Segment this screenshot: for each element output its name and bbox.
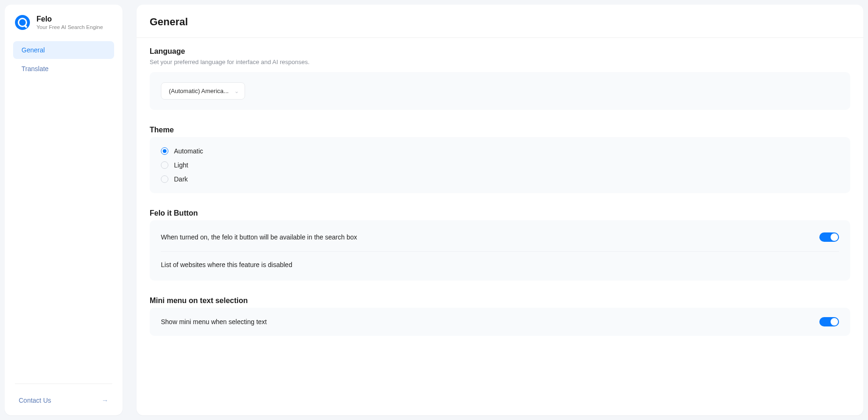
- theme-radio-light[interactable]: Light: [161, 161, 839, 169]
- theme-option-label: Light: [174, 161, 188, 169]
- brand-logo-icon: [15, 15, 30, 30]
- felo-button-disabled-list-label: List of websites where this feature is d…: [161, 261, 292, 268]
- section-subtitle-language: Set your preferred language for interfac…: [150, 58, 850, 65]
- mini-menu-description: Show mini menu when selecting text: [161, 318, 267, 326]
- section-theme: Theme Automatic Light Dark: [150, 126, 850, 193]
- mini-menu-toggle[interactable]: [819, 317, 839, 326]
- theme-option-label: Automatic: [174, 147, 203, 155]
- section-title-theme: Theme: [150, 126, 850, 134]
- main-header: General: [137, 5, 863, 38]
- language-select[interactable]: (Automatic) America... ⌄: [161, 82, 245, 100]
- section-title-mini-menu: Mini menu on text selection: [150, 297, 850, 305]
- mini-menu-panel: Show mini menu when selecting text: [150, 308, 850, 336]
- theme-panel: Automatic Light Dark: [150, 137, 850, 193]
- brand-subtitle: Your Free AI Search Engine: [36, 24, 103, 30]
- language-panel: (Automatic) America... ⌄: [150, 72, 850, 110]
- arrow-right-icon: →: [101, 396, 108, 404]
- sidebar: Felo Your Free AI Search Engine General …: [5, 5, 123, 415]
- page-title: General: [150, 16, 850, 28]
- chevron-down-icon: ⌄: [234, 88, 239, 94]
- sidebar-item-label: General: [22, 46, 45, 54]
- section-title-felo-button: Felo it Button: [150, 209, 850, 217]
- main-panel: General Language Set your preferred lang…: [137, 5, 863, 415]
- radio-icon: [161, 147, 168, 155]
- contact-us-label: Contact Us: [19, 397, 51, 404]
- language-selected-value: (Automatic) America...: [169, 87, 229, 94]
- section-felo-button: Felo it Button When turned on, the felo …: [150, 209, 850, 281]
- theme-radio-group: Automatic Light Dark: [161, 147, 839, 183]
- contact-us-link[interactable]: Contact Us →: [5, 391, 123, 407]
- section-mini-menu: Mini menu on text selection Show mini me…: [150, 297, 850, 336]
- section-language: Language Set your preferred language for…: [150, 47, 850, 110]
- brand: Felo Your Free AI Search Engine: [5, 15, 123, 41]
- sidebar-item-general[interactable]: General: [13, 41, 114, 59]
- radio-icon: [161, 175, 168, 183]
- theme-option-label: Dark: [174, 175, 188, 183]
- radio-icon: [161, 161, 168, 169]
- sidebar-item-translate[interactable]: Translate: [13, 60, 114, 78]
- sidebar-item-label: Translate: [22, 65, 49, 72]
- sidebar-divider: [15, 384, 112, 384]
- felo-button-toggle-row: When turned on, the felo it button will …: [161, 223, 839, 251]
- theme-radio-dark[interactable]: Dark: [161, 175, 839, 183]
- sidebar-nav: General Translate: [5, 41, 123, 384]
- section-title-language: Language: [150, 47, 850, 56]
- felo-button-disabled-list-row[interactable]: List of websites where this feature is d…: [161, 252, 839, 278]
- felo-button-description: When turned on, the felo it button will …: [161, 233, 357, 241]
- felo-button-toggle[interactable]: [819, 232, 839, 242]
- brand-title: Felo: [36, 15, 103, 23]
- theme-radio-automatic[interactable]: Automatic: [161, 147, 839, 155]
- felo-button-panel: When turned on, the felo it button will …: [150, 220, 850, 281]
